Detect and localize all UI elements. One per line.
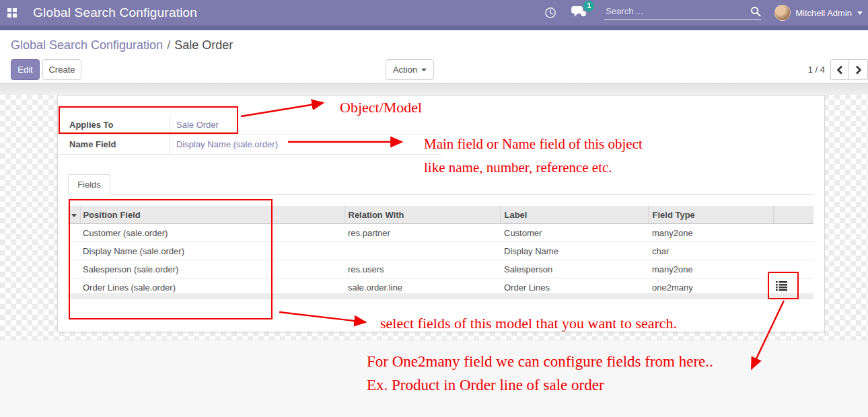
- app-title: Global Search Configuration: [33, 5, 197, 20]
- annotation-one2many-line1: For One2many field we can configure fiel…: [367, 353, 713, 371]
- chevron-left-icon: [836, 65, 843, 75]
- search-input[interactable]: [604, 5, 750, 17]
- messages-icon[interactable]: 1: [571, 5, 587, 21]
- field-row-name-field: Name Field Display Name (sale.order): [59, 135, 441, 155]
- navbar-bottom-strip: [0, 26, 868, 30]
- navbar-search: [604, 5, 761, 20]
- avatar[interactable]: [774, 5, 791, 21]
- annotation-name-field-line2: like name, number, reference etc.: [424, 159, 612, 176]
- apps-menu-icon[interactable]: [7, 8, 17, 18]
- annotation-name-field-line1: Main field or Name field of this object: [424, 136, 643, 153]
- chevron-down-icon: [421, 69, 427, 71]
- panel-shadow: [0, 83, 868, 95]
- annotation-select-fields: select fields of this model that you wan…: [380, 315, 677, 332]
- pager-next-button[interactable]: [849, 59, 868, 80]
- breadcrumb: Global Search Configuration/Sale Order: [11, 38, 233, 52]
- activities-clock-icon[interactable]: [544, 7, 556, 19]
- breadcrumb-separator: /: [167, 38, 170, 52]
- name-field-label: Name Field: [59, 135, 170, 154]
- annotation-box-list-icon: [768, 272, 799, 299]
- pager-count: 1 / 4: [808, 59, 825, 80]
- create-button[interactable]: Create: [42, 59, 81, 80]
- edit-button[interactable]: Edit: [11, 59, 40, 80]
- annotation-object-model: Object/Model: [340, 99, 422, 116]
- tab-fields[interactable]: Fields: [68, 174, 110, 195]
- chevron-right-icon: [855, 65, 862, 75]
- action-dropdown-button[interactable]: Action: [386, 59, 434, 80]
- notebook-divider: [68, 194, 813, 195]
- column-header-relation-with[interactable]: Relation With: [344, 206, 500, 224]
- column-header-field-type[interactable]: Field Type: [648, 206, 773, 224]
- screen: Global Search Configuration 1: [0, 0, 868, 417]
- annotation-box-position-field-column: [69, 199, 273, 319]
- column-header-label[interactable]: Label: [500, 206, 648, 224]
- control-panel: Global Search Configuration/Sale Order E…: [0, 30, 868, 83]
- breadcrumb-parent[interactable]: Global Search Configuration: [11, 38, 163, 52]
- search-icon[interactable]: [750, 6, 761, 17]
- chevron-down-icon[interactable]: [857, 11, 863, 15]
- notification-badge: 1: [583, 1, 594, 11]
- top-navbar: Global Search Configuration 1: [0, 0, 868, 26]
- column-header-actions: [773, 206, 813, 224]
- pager: [830, 59, 868, 80]
- user-menu[interactable]: Mitchell Admin: [795, 8, 852, 18]
- annotation-box-applies-to: [59, 106, 238, 134]
- pager-previous-button[interactable]: [830, 59, 849, 80]
- annotation-one2many-line2: Ex. Product in Order line of sale order: [367, 377, 604, 394]
- breadcrumb-current: Sale Order: [174, 38, 233, 52]
- name-field-value[interactable]: Display Name (sale.order): [170, 139, 278, 149]
